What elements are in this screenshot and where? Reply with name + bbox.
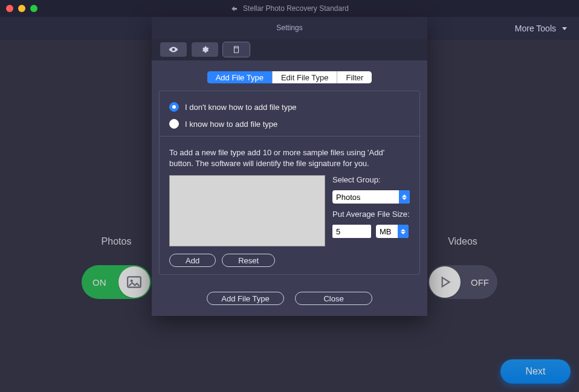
- select-group-value: Photos: [332, 190, 399, 204]
- toolbar-settings-button[interactable]: [192, 42, 218, 57]
- reset-sample-button[interactable]: Reset: [222, 254, 275, 267]
- instruction-text: To add a new file type add 10 or more sa…: [169, 147, 410, 169]
- toolbar-filetype-button[interactable]: [223, 42, 250, 57]
- tab-add-file-type[interactable]: Add File Type: [207, 71, 273, 83]
- select-group-label: Select Group:: [332, 175, 410, 184]
- radio-dont-know[interactable]: I don't know how to add file type: [169, 102, 410, 112]
- more-tools-menu[interactable]: More Tools: [515, 24, 567, 33]
- modal-toolbar: [152, 39, 427, 60]
- avg-size-unit-value: MB: [376, 225, 398, 238]
- toolbar-preview-button[interactable]: [160, 42, 187, 57]
- window-title-text: Stellar Photo Recovery Standard: [243, 4, 349, 13]
- gear-icon: [199, 45, 210, 54]
- window-title: Stellar Photo Recovery Standard: [230, 4, 349, 13]
- more-tools-label: More Tools: [515, 24, 556, 33]
- form-row: Select Group: Photos Put Average File Si…: [169, 175, 410, 246]
- dropdown-arrows-icon: [398, 225, 409, 238]
- avg-size-label: Put Average File Size:: [332, 210, 410, 219]
- add-file-type-panel: I don't know how to add file type I know…: [159, 91, 420, 275]
- modal-title: Settings: [152, 17, 427, 39]
- radio-know[interactable]: I know how to add file type: [169, 119, 410, 129]
- zoom-window-icon[interactable]: [30, 5, 37, 12]
- add-sample-button[interactable]: Add: [169, 254, 216, 267]
- radio-know-label: I know how to add file type: [185, 120, 277, 129]
- avg-size-unit-dropdown[interactable]: MB: [376, 225, 409, 238]
- window-controls: [6, 5, 37, 12]
- close-window-icon[interactable]: [6, 5, 13, 12]
- minimize-window-icon[interactable]: [18, 5, 25, 12]
- avg-size-row: MB: [332, 225, 410, 238]
- window-titlebar: Stellar Photo Recovery Standard: [0, 0, 579, 17]
- document-icon: [231, 45, 242, 54]
- radio-icon: [169, 119, 179, 129]
- tabs: Add File Type Edit File Type Filter: [159, 71, 420, 83]
- sample-files-list[interactable]: [169, 175, 325, 246]
- svg-rect-2: [235, 47, 239, 53]
- tab-edit-file-type[interactable]: Edit File Type: [273, 71, 338, 83]
- right-column: Select Group: Photos Put Average File Si…: [332, 175, 410, 246]
- tab-filter[interactable]: Filter: [337, 71, 372, 83]
- panel-buttons: Add Reset: [169, 254, 410, 267]
- avg-size-input[interactable]: [332, 225, 371, 238]
- add-file-type-button[interactable]: Add File Type: [207, 292, 284, 305]
- modal-footer: Add File Type Close: [152, 283, 427, 316]
- close-button[interactable]: Close: [295, 292, 372, 305]
- segmented-control: Add File Type Edit File Type Filter: [207, 71, 372, 83]
- radio-icon: [169, 102, 179, 112]
- settings-modal: Settings Add File Type Edit File Type Fi…: [152, 17, 427, 316]
- chevron-down-icon: [562, 27, 567, 30]
- radio-dont-know-label: I don't know how to add file type: [185, 103, 297, 112]
- select-group-dropdown[interactable]: Photos: [332, 190, 410, 204]
- back-arrow-icon: [230, 5, 238, 13]
- divider: [160, 136, 419, 137]
- eye-icon: [168, 45, 179, 54]
- dropdown-arrows-icon: [399, 190, 410, 204]
- modal-body: Add File Type Edit File Type Filter I do…: [152, 60, 427, 283]
